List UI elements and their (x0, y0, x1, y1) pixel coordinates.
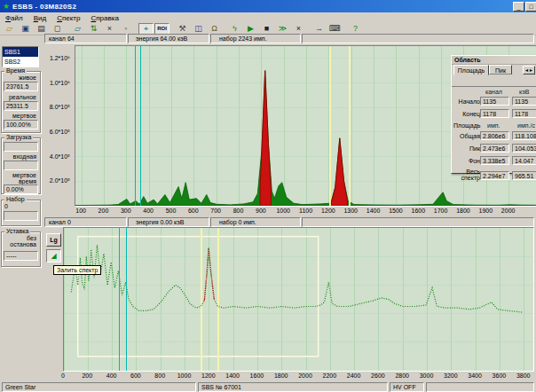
detector-list[interactable]: SBS1SBS2 (2, 46, 39, 67)
acquisition-field (4, 211, 38, 221)
top-plot-x-axis: 1002003004005006007008009001000110012001… (75, 208, 536, 216)
bottom-status-count: набор 0 имп. (210, 217, 301, 227)
rate-unit-header: имп./с (517, 122, 535, 129)
total-area-rate: 118.108 (512, 131, 536, 140)
load-group: Загрузка входная мертвое время 0.00% (1, 137, 41, 194)
region-end-channel[interactable]: 1178 (480, 109, 509, 118)
counts-unit-header: имп. (487, 122, 500, 129)
maximize-button[interactable]: □ (525, 2, 536, 12)
x-tick-label: 1400 (221, 372, 244, 379)
live-time-label: живое (19, 74, 36, 81)
open-button[interactable]: ▱ (2, 23, 17, 35)
dead-load-label: мертвое время (1, 172, 36, 184)
real-time-value: 25311.5 (4, 101, 38, 111)
bottom-plot-x-axis: 0200400600800100012001400160018002000220… (63, 372, 536, 380)
preset-value: ----- (4, 251, 38, 261)
x-tick-label: 0 (51, 372, 75, 379)
tab-scroll-buttons[interactable]: ◄► (523, 66, 535, 74)
bottom-status-channel: канал 0 (44, 217, 127, 227)
x-tick-label: 1600 (406, 208, 430, 214)
bottom-spectrum-plot[interactable] (63, 227, 534, 372)
open-icon: ▱ (6, 23, 12, 35)
area-units-label: Площадь (453, 122, 480, 129)
region-panel-body: канал кэВ Начало 1135 1135 Конец 1178 11… (452, 86, 536, 184)
x-tick-label: 900 (249, 208, 272, 214)
dead-time-value: 100.00% (4, 120, 38, 129)
bottom-spectrum-trace (71, 245, 522, 312)
x-tick-label: 3200 (439, 372, 462, 379)
kev-column-header: кэВ (519, 89, 529, 95)
x-tick-label: 1600 (245, 372, 268, 379)
top-plot-y-axis: 1.2*10⁶1.0*10⁶8.0*10⁵6.0*10⁵4.0*10⁵2.0*1… (41, 46, 72, 206)
background-area-counts: 3.338e5 (480, 156, 509, 165)
region-start-kev[interactable]: 1135 (512, 97, 536, 106)
x-tick-label: 1300 (339, 208, 362, 214)
roi-peak-2 (331, 138, 347, 206)
log-scale-button[interactable]: Lg (46, 233, 61, 247)
save-button[interactable]: ▣ (18, 23, 33, 35)
y-tick-label: 4.0*10⁵ (50, 153, 70, 160)
x-tick-label: 700 (204, 208, 227, 214)
acquisition-count: 0 (4, 203, 8, 209)
detector-item-sbs1[interactable]: SBS1 (3, 47, 38, 57)
preset-subtitle: без останова (1, 235, 36, 247)
statusbar-hv: HV OFF (390, 382, 424, 392)
detector-item-sbs2[interactable]: SBS2 (3, 57, 38, 67)
x-tick-label: 1200 (317, 208, 340, 214)
region-panel-title: Область (452, 56, 536, 65)
x-tick-label: 100 (69, 208, 92, 214)
menu-spectrum[interactable]: Спектр (51, 13, 85, 23)
x-tick-label: 1100 (295, 208, 318, 214)
fill-spectrum-button[interactable]: ◢ (46, 249, 61, 263)
region-end-kev[interactable]: 1178 (512, 109, 536, 118)
app-icon: ★ (3, 0, 10, 12)
dead-load-value: 0.00% (4, 184, 38, 194)
x-tick-label: 3400 (463, 372, 486, 379)
peak-area-rate: 104.053 (512, 144, 536, 153)
acquisition-group-title: Набор (4, 196, 27, 202)
time-group: Время живое 23761.5 реальное 25311.5 мер… (1, 71, 41, 133)
minimize-button[interactable]: _ (513, 2, 524, 12)
y-tick-label: 1.0*10⁶ (50, 80, 70, 86)
y-tick-label: 8.0*10⁵ (50, 104, 70, 110)
region-end-label: Конец (453, 111, 480, 117)
region-panel[interactable]: Область Площадь Пик ◄► канал кэВ Начало … (451, 55, 536, 174)
menu-help[interactable]: Справка (85, 13, 123, 23)
x-tick-label: 200 (91, 208, 114, 214)
x-tick-label: 1000 (272, 208, 295, 214)
y-tick-label: 1.2*10⁶ (50, 55, 70, 61)
x-tick-label: 800 (148, 372, 171, 379)
tab-peak[interactable]: Пик (489, 65, 512, 74)
save-icon: ▣ (21, 23, 29, 35)
statusbar-extra (426, 382, 534, 392)
menubar: ФайлВидСпектрСправка (0, 12, 536, 23)
menu-file[interactable]: Файл (0, 13, 28, 23)
top-status-channel: канал 64 (44, 34, 127, 43)
whole-spectrum-label: Весь спектр (453, 169, 480, 181)
background-area-label: Фон (453, 158, 480, 164)
x-tick-label: 600 (124, 372, 147, 379)
whole-spectrum-rate: 965.51 (512, 171, 536, 180)
region-start-channel[interactable]: 1135 (480, 97, 509, 106)
channel-column-header: канал (485, 89, 502, 95)
x-tick-label: 400 (100, 372, 123, 379)
x-tick-label: 2000 (497, 208, 520, 214)
input-load-label: входная (12, 153, 36, 160)
x-tick-label: 1200 (197, 372, 220, 379)
x-tick-label: 1000 (173, 372, 196, 379)
x-tick-label: 300 (114, 208, 138, 214)
background-area-rate: 14.047 (512, 156, 536, 165)
bottom-status-energy: энергия 0.00 кэВ (128, 217, 209, 227)
tab-area[interactable]: Площадь (453, 65, 489, 75)
acquisition-group: Набор 0 (1, 200, 41, 226)
input-load-value (4, 161, 38, 170)
x-tick-label: 400 (137, 208, 160, 214)
total-area-label: Общая (453, 133, 480, 139)
x-tick-label: 3000 (415, 372, 438, 379)
titlebar[interactable]: ★ ESBS - 03M820S2 _ □ (0, 0, 536, 12)
peak-area-label: Пик (453, 145, 480, 152)
x-tick-label: 2200 (318, 372, 341, 379)
menu-view[interactable]: Вид (28, 13, 51, 23)
bottom-status-filler (302, 217, 534, 227)
top-status-count: набор 2243 имп. (210, 34, 301, 43)
